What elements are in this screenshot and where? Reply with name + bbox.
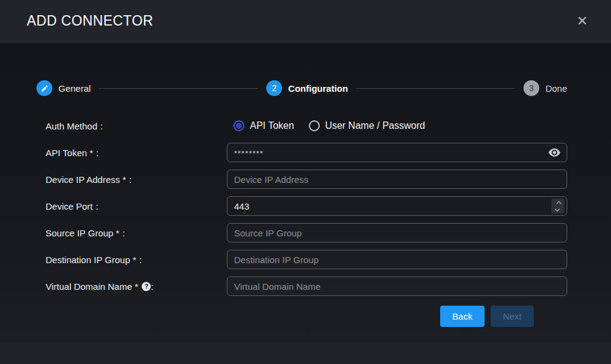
show-password-eye-icon[interactable]	[548, 148, 561, 157]
form-row-auth-method: Auth Method: API Token User Name / Passw…	[46, 116, 567, 136]
close-icon[interactable]: ✕	[572, 12, 593, 30]
chevron-down-icon	[554, 206, 559, 211]
radio-unselected-icon	[309, 120, 320, 131]
add-connector-dialog: ADD CONNECTOR ✕ General 2 Configuration …	[0, 0, 611, 364]
step-configuration[interactable]: 2 Configuration	[266, 80, 348, 96]
form-row-api-token: API Token *:	[46, 143, 567, 162]
step-label: Configuration	[288, 83, 348, 94]
form-row-device-ip: Device IP Address *:	[46, 170, 567, 189]
step-label: Done	[545, 83, 567, 94]
dialog-title: ADD CONNECTOR	[27, 13, 572, 29]
help-icon[interactable]: ?	[142, 282, 151, 291]
step-done[interactable]: 3 Done	[523, 80, 567, 96]
dialog-body: General 2 Configuration 3 Done Auth Meth…	[0, 43, 611, 343]
step-3-indicator: 3	[523, 80, 539, 96]
step-connector-line	[356, 88, 515, 89]
form-row-source-ip-group: Source IP Group *:	[46, 223, 567, 242]
dialog-footer: Back Next	[46, 306, 567, 327]
form-row-virtual-domain-name: Virtual Domain Name * ? :	[46, 276, 567, 296]
step-general[interactable]: General	[36, 80, 91, 96]
device-port-input[interactable]	[227, 196, 567, 216]
auth-method-label: Auth Method:	[46, 121, 227, 131]
device-ip-label: Device IP Address *:	[46, 174, 227, 185]
device-port-label: Device Port:	[46, 201, 227, 211]
api-token-input[interactable]	[227, 143, 567, 162]
number-stepper[interactable]	[551, 199, 564, 213]
radio-selected-icon	[233, 120, 244, 131]
step-2-indicator: 2	[266, 80, 282, 96]
dialog-bottom-strip	[0, 343, 611, 364]
virtual-domain-name-input[interactable]	[227, 276, 567, 296]
virtual-domain-name-label: Virtual Domain Name * ? :	[46, 281, 227, 292]
form-row-destination-ip-group: Destination IP Group *:	[46, 250, 567, 269]
form-row-device-port: Device Port:	[46, 196, 567, 216]
step-connector-line	[99, 88, 258, 89]
radio-username-password[interactable]: User Name / Password	[309, 120, 426, 131]
wizard-steps: General 2 Configuration 3 Done	[0, 80, 611, 96]
step-label: General	[58, 83, 91, 94]
radio-api-token[interactable]: API Token	[233, 120, 294, 131]
back-button[interactable]: Back	[440, 306, 485, 327]
auth-method-options: API Token User Name / Password	[227, 120, 567, 131]
next-button[interactable]: Next	[491, 306, 534, 327]
source-ip-group-label: Source IP Group *:	[46, 228, 227, 238]
edit-icon	[36, 80, 52, 96]
connector-form: Auth Method: API Token User Name / Passw…	[0, 116, 611, 327]
device-ip-input[interactable]	[227, 170, 567, 189]
source-ip-group-input[interactable]	[227, 223, 567, 242]
destination-ip-group-input[interactable]	[227, 250, 567, 269]
destination-ip-group-label: Destination IP Group *:	[46, 255, 227, 265]
api-token-label: API Token *:	[46, 148, 227, 158]
chevron-up-icon	[556, 201, 561, 205]
dialog-header: ADD CONNECTOR ✕	[0, 0, 611, 43]
